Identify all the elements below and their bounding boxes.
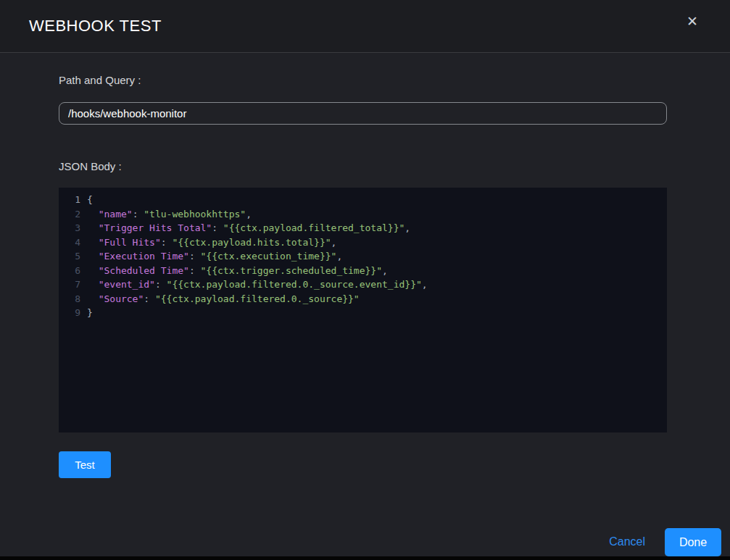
done-button[interactable]: Done	[665, 528, 721, 556]
editor-line: 9}	[59, 306, 667, 320]
line-number: 7	[59, 277, 80, 292]
path-query-input[interactable]	[59, 102, 667, 125]
line-number: 8	[59, 292, 80, 306]
code-text: "event_id": "{{ctx.payload.filtered.0._s…	[87, 279, 428, 290]
code-text: }	[87, 307, 93, 318]
webhook-test-modal: WEBHOOK TEST ✕ Path and Query : JSON Bod…	[0, 0, 730, 556]
editor-line: 2 "name": "tlu-webhookhttps",	[59, 207, 667, 222]
modal-title: WEBHOOK TEST	[29, 17, 162, 35]
modal-footer: Cancel Done	[0, 527, 730, 556]
line-number: 4	[59, 235, 80, 250]
editor-line: 1{	[59, 193, 667, 207]
close-icon[interactable]: ✕	[687, 14, 698, 28]
code-text: "Full Hits": "{{ctx.payload.hits.total}}…	[87, 237, 336, 248]
code-text: "Scheduled Time": "{{ctx.trigger.schedul…	[87, 265, 388, 276]
line-number: 6	[59, 264, 80, 278]
json-body-label: JSON Body :	[59, 160, 667, 172]
json-body-editor[interactable]: 1{2 "name": "tlu-webhookhttps",3 "Trigge…	[59, 188, 667, 432]
editor-line: 5 "Execution Time": "{{ctx.execution_tim…	[59, 249, 667, 264]
code-text: {	[87, 194, 93, 205]
code-text: "name": "tlu-webhookhttps",	[87, 209, 252, 220]
code-text: "Execution Time": "{{ctx.execution_time}…	[87, 251, 342, 262]
page-background-strip	[0, 556, 730, 560]
line-number: 9	[59, 306, 80, 320]
editor-line: 4 "Full Hits": "{{ctx.payload.hits.total…	[59, 235, 667, 250]
editor-line: 7 "event_id": "{{ctx.payload.filtered.0.…	[59, 277, 667, 292]
editor-line: 8 "Source": "{{ctx.payload.filtered.0._s…	[59, 292, 667, 306]
editor-line: 3 "Trigger Hits Total": "{{ctx.payload.f…	[59, 221, 667, 235]
cancel-button[interactable]: Cancel	[609, 535, 645, 548]
editor-line: 6 "Scheduled Time": "{{ctx.trigger.sched…	[59, 264, 667, 278]
modal-header: WEBHOOK TEST ✕	[0, 0, 730, 53]
path-query-label: Path and Query :	[59, 74, 667, 86]
code-text: "Trigger Hits Total": "{{ctx.payload.fil…	[87, 222, 410, 233]
editor-lines: 1{2 "name": "tlu-webhookhttps",3 "Trigge…	[59, 193, 667, 320]
line-number: 2	[59, 207, 80, 222]
test-button[interactable]: Test	[59, 451, 111, 478]
line-number: 1	[59, 193, 80, 207]
modal-body: Path and Query : JSON Body : 1{2 "name":…	[0, 53, 730, 527]
code-text: "Source": "{{ctx.payload.filtered.0._sou…	[87, 293, 360, 304]
line-number: 3	[59, 221, 80, 235]
line-number: 5	[59, 249, 80, 264]
